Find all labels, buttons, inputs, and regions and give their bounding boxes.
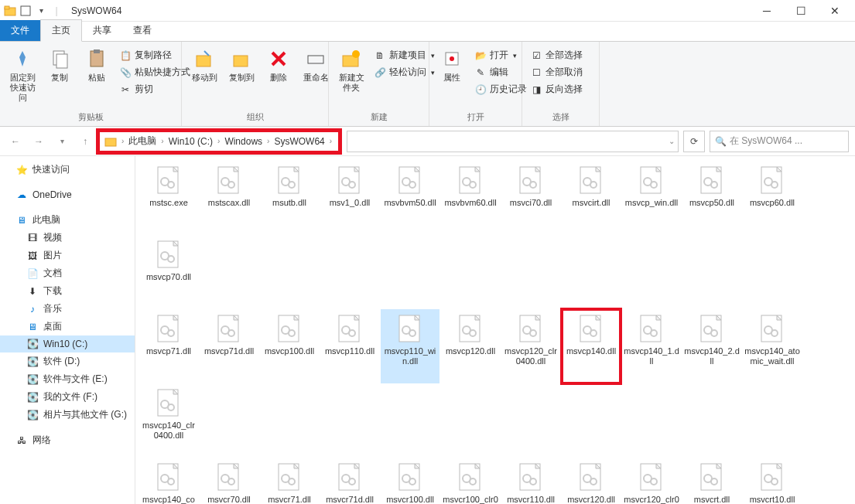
save-icon[interactable] [19,4,32,18]
history-button[interactable]: 🕘历史记录 [473,82,528,97]
sidebar-item-downloads[interactable]: ⬇下载 [0,282,135,300]
copy-path-icon: 📋 [119,49,132,62]
chevron-right-icon[interactable]: › [328,137,333,145]
file-item[interactable]: msvcp120.dll [441,309,500,383]
sidebar-item-mydocf[interactable]: 💽我的文件 (F:) [0,388,135,406]
invert-select-button[interactable]: ◨反向选择 [528,82,584,97]
edit-button[interactable]: ✎编辑 [473,65,528,80]
search-box[interactable]: 🔍 在 SysWOW64 ... [710,131,849,152]
tab-share[interactable]: 共享 [82,20,122,41]
file-item[interactable]: msvcp71.dll [139,309,198,383]
breadcrumb-syswow64[interactable]: SysWOW64 [271,136,327,147]
file-item[interactable]: msvci70.dll [501,161,560,235]
delete-button[interactable]: 删除 [262,45,295,84]
qat-dropdown-icon[interactable]: ▾ [34,4,48,18]
move-to-button[interactable]: 移动到 [188,45,221,84]
file-item[interactable]: msv1_0.dll [320,161,379,235]
breadcrumb-thispc[interactable]: 此电脑 [125,135,159,148]
nav-back-button[interactable]: ← [6,132,25,151]
nav-up-button[interactable]: ↑ [76,132,94,151]
file-item[interactable]: msvcp140_1.dll [622,309,681,383]
sidebar-item-desktop[interactable]: 🖥桌面 [0,318,135,335]
sidebar-item-video[interactable]: 🎞视频 [0,229,135,247]
file-item[interactable]: msvcr71d.dll [320,458,379,504]
file-item[interactable]: msvcp110.dll [320,309,379,383]
select-all-button[interactable]: ☑全部选择 [528,48,584,63]
nav-forward-button[interactable]: → [29,132,48,151]
address-dropdown-icon[interactable]: ⌄ [669,137,675,145]
file-item[interactable]: msvcr70.dll [200,458,258,504]
file-item[interactable]: msvcp60.dll [743,161,802,235]
file-item[interactable]: msvcr100.dll [381,458,439,504]
file-item[interactable]: msvcp100.dll [260,309,319,383]
file-item[interactable]: msvcr120_clr0400.dll [622,458,681,504]
copy-button[interactable]: 复制 [43,45,76,84]
minimize-button[interactable]: ─ [750,0,784,22]
sidebar-item-documents[interactable]: 📄文档 [0,264,135,282]
sidebar-item-pictures[interactable]: 🖼图片 [0,247,135,264]
easy-access-button[interactable]: 🔗轻松访问▾ [372,65,436,80]
nav-history-dropdown[interactable]: ▾ [53,132,71,151]
sidebar-item-softd[interactable]: 💽软件 (D:) [0,352,135,370]
sidebar-item-network[interactable]: 🖧网络 [0,431,135,449]
file-item[interactable]: msvcp70.dll [139,235,198,309]
file-pane[interactable]: mstsc.exemstscax.dllmsutb.dllmsv1_0.dllm… [135,156,855,504]
file-item[interactable]: msvcirt.dll [562,161,621,235]
file-label: msvcp140_atomic_wait.dll [744,346,800,366]
paste-shortcut-button[interactable]: 📎粘贴快捷方式 [118,65,192,80]
file-item[interactable]: msvcp_win.dll [622,161,681,235]
open-button[interactable]: 📂打开▾ [473,48,528,63]
pin-quick-access-button[interactable]: 固定到快速访问 [6,45,39,104]
file-item[interactable]: msvcp140_clr0400.dll [139,383,198,458]
file-item[interactable]: msvcr110.dll [501,458,560,504]
tab-home[interactable]: 主页 [40,19,82,42]
copy-to-button[interactable]: 复制到 [225,45,258,84]
cut-button[interactable]: ✂剪切 [118,82,192,97]
file-item[interactable]: msvcp140_2.dll [682,309,741,383]
file-item[interactable]: msvcp140.dll [562,309,621,383]
new-item-button[interactable]: 🗎新建项目▾ [372,48,436,63]
maximize-button[interactable]: ☐ [784,0,818,22]
sidebar-item-thispc[interactable]: 🖥此电脑 [0,211,135,229]
sidebar-item-music[interactable]: ♪音乐 [0,300,135,318]
file-item[interactable]: msvcr120.dll [562,458,621,504]
file-item[interactable]: msvcp120_clr0400.dll [501,309,560,383]
properties-button[interactable]: 属性 [436,45,468,84]
file-item[interactable]: msvcp110_win.dll [381,309,439,383]
tab-file[interactable]: 文件 [0,20,40,41]
file-item[interactable]: msvcp140_atomic_wait.dll [743,309,802,383]
file-item[interactable]: msvcp50.dll [682,161,741,235]
copy-path-button[interactable]: 📋复制路径 [118,48,192,63]
sidebar-item-softfilee[interactable]: 💽软件与文件 (E:) [0,370,135,388]
file-item[interactable]: msvcrt.dll [682,458,741,504]
close-button[interactable]: ✕ [818,0,852,22]
file-item[interactable]: mstscax.dll [200,161,258,235]
file-item[interactable]: msvbvm50.dll [381,161,439,235]
file-item[interactable]: msvcp140_codecvt_ids.dll [139,458,198,504]
breadcrumb-windows[interactable]: Windows [221,136,265,147]
breadcrumb-drive[interactable]: Win10 (C:) [166,136,216,147]
sidebar-item-quick-access[interactable]: ⭐快速访问 [0,161,135,179]
file-item[interactable]: msvcr71.dll [260,458,319,504]
file-item[interactable]: msvcrt10.dll [743,458,802,504]
file-item[interactable]: msvbvm60.dll [441,161,500,235]
refresh-button[interactable]: ⟳ [683,131,705,152]
file-item[interactable]: msutb.dll [260,161,319,235]
file-item[interactable]: mstsc.exe [139,161,198,235]
paste-button[interactable]: 粘贴 [80,45,113,84]
chevron-right-icon[interactable]: › [120,137,125,145]
file-item[interactable]: msvcp71d.dll [200,309,258,383]
new-folder-button[interactable]: 新建文件夹 [335,45,368,94]
sidebar-item-onedrive[interactable]: ☁OneDrive [0,186,135,203]
select-none-button[interactable]: ☐全部取消 [528,65,584,80]
svg-rect-7 [197,56,210,66]
file-item[interactable]: msvcr100_clr0400.dll [441,458,500,504]
sidebar-item-photog[interactable]: 💽相片与其他文件 (G:) [0,406,135,424]
address-bar[interactable]: ⌄ [347,131,679,152]
chevron-right-icon[interactable]: › [216,137,221,145]
chevron-right-icon[interactable]: › [265,137,271,145]
chevron-right-icon[interactable]: › [159,137,165,145]
rename-button[interactable]: 重命名 [299,45,332,84]
sidebar-item-win10c[interactable]: 💽Win10 (C:) [0,335,135,352]
tab-view[interactable]: 查看 [122,20,162,41]
